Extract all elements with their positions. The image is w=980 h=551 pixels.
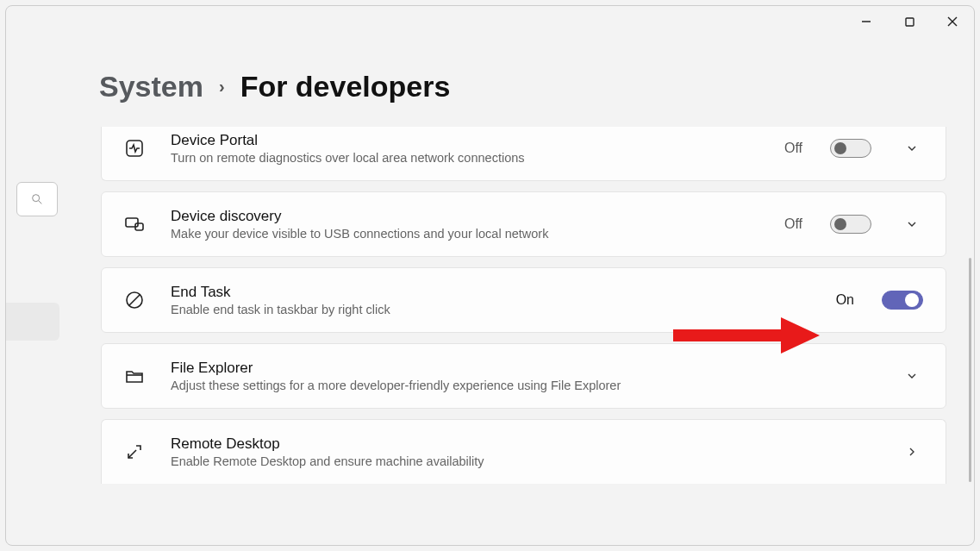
svg-rect-7 xyxy=(126,218,138,227)
chevron-down-icon xyxy=(905,217,919,231)
settings-content: Device Portal Turn on remote diagnostics… xyxy=(101,127,946,545)
remote-icon xyxy=(122,441,147,462)
setting-subtitle: Turn on remote diagnostics over local ar… xyxy=(171,151,760,165)
setting-title: Device discovery xyxy=(171,208,760,225)
setting-subtitle: Adjust these settings for a more develop… xyxy=(171,379,871,392)
devices-icon xyxy=(122,214,147,235)
breadcrumb-parent[interactable]: System xyxy=(99,70,203,103)
svg-line-12 xyxy=(128,450,136,458)
toggle-status-label: Off xyxy=(784,216,802,232)
setting-remote-desktop[interactable]: Remote Desktop Enable Remote Desktop and… xyxy=(101,419,946,484)
sidebar-selected-item[interactable] xyxy=(6,303,59,341)
chevron-right-icon: › xyxy=(219,77,225,97)
navigate-button[interactable] xyxy=(901,445,923,459)
page-title: For developers xyxy=(240,70,451,103)
setting-device-discovery[interactable]: Device discovery Make your device visibl… xyxy=(101,191,946,257)
titlebar xyxy=(845,6,974,37)
setting-file-explorer[interactable]: File Explorer Adjust these settings for … xyxy=(101,343,946,409)
setting-title: File Explorer xyxy=(171,360,871,377)
activity-icon xyxy=(122,138,147,159)
svg-line-5 xyxy=(39,201,41,203)
toggle-status-label: Off xyxy=(784,141,802,156)
setting-title: Device Portal xyxy=(171,132,760,149)
device-portal-toggle[interactable] xyxy=(830,139,871,158)
search-icon xyxy=(30,192,44,206)
setting-title: End Task xyxy=(171,284,812,301)
svg-line-10 xyxy=(129,295,140,305)
device-discovery-toggle[interactable] xyxy=(830,215,871,234)
setting-end-task[interactable]: End Task Enable end task in taskbar by r… xyxy=(101,267,946,333)
maximize-button[interactable] xyxy=(888,6,931,37)
minimize-button[interactable] xyxy=(845,6,888,37)
block-icon xyxy=(122,290,147,310)
chevron-down-icon xyxy=(905,141,919,155)
folder-icon xyxy=(122,366,147,386)
toggle-status-label: On xyxy=(836,292,854,308)
svg-point-4 xyxy=(33,195,40,202)
search-button[interactable] xyxy=(16,182,58,216)
chevron-right-icon xyxy=(905,445,919,459)
setting-subtitle: Make your device visible to USB connecti… xyxy=(171,227,760,241)
end-task-toggle[interactable] xyxy=(882,291,923,310)
expand-button[interactable] xyxy=(901,217,923,231)
chevron-down-icon xyxy=(905,369,919,383)
setting-subtitle: Enable end task in taskbar by right clic… xyxy=(171,303,812,316)
expand-button[interactable] xyxy=(901,369,923,383)
close-button[interactable] xyxy=(931,6,974,37)
setting-subtitle: Enable Remote Desktop and ensure machine… xyxy=(171,454,871,468)
breadcrumb: System › For developers xyxy=(99,70,450,103)
scrollbar[interactable] xyxy=(969,258,971,482)
sidebar-fragment xyxy=(6,182,59,341)
setting-title: Remote Desktop xyxy=(171,435,871,453)
expand-button[interactable] xyxy=(901,141,923,155)
setting-device-portal[interactable]: Device Portal Turn on remote diagnostics… xyxy=(101,127,946,181)
svg-rect-1 xyxy=(906,18,914,26)
settings-window: System › For developers Device Portal Tu… xyxy=(5,5,975,546)
